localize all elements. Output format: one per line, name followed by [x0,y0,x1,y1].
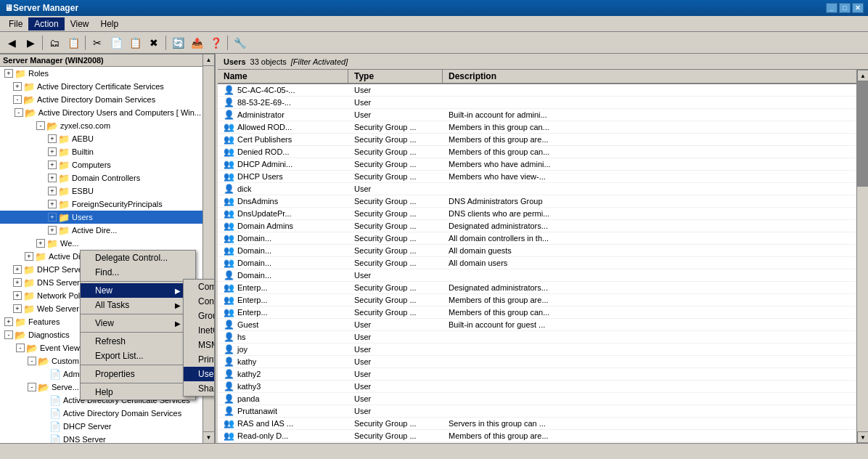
col-name[interactable]: Name [218,70,348,83]
table-row[interactable]: 👥DHCP Users Security Group ... Members w… [218,171,856,183]
table-row[interactable]: 👤5C-AC-4C-05-... User [218,84,856,97]
expander-activedir[interactable]: + [48,226,57,235]
table-row[interactable]: 👥Enterp... Security Group ... Designated… [218,282,856,294]
expander-diagnostics[interactable]: - [4,330,13,339]
expander-esbu[interactable]: + [48,187,57,195]
expander-aduc[interactable]: - [15,108,23,117]
table-row[interactable]: 👥DnsAdmins Security Group ... DNS Admini… [218,195,856,208]
table-row[interactable]: 👤Domain... User [218,269,856,282]
tree-item-adds2[interactable]: 📄 Active Directory Domain Services [0,407,202,420]
tree-item-domain[interactable]: - 📂 zyxel.cso.com [0,119,202,132]
expander-builtin[interactable]: + [48,147,57,156]
expander-aebu[interactable]: + [48,134,57,143]
expander-customvi[interactable]: - [28,357,36,365]
tree-item-activedir[interactable]: + 📁 Active Dire... [0,224,202,237]
tree-item-aduc[interactable]: - 📂 Active Directory Users and Computers… [0,106,202,119]
table-row[interactable]: 👥RAS and IAS ... Security Group ... Serv… [218,418,856,430]
sub-printer[interactable]: Printer [184,352,215,367]
tree-item-roles[interactable]: + 📁 Roles [0,67,202,80]
sub-msmq[interactable]: MSMQ Queue Alias 5 [184,338,215,352]
table-row[interactable]: 👤kathy User [218,356,856,368]
minimize-button[interactable]: _ [826,3,838,13]
expander-roles[interactable]: + [4,69,13,78]
expander-activedir2[interactable]: + [25,252,33,261]
sub-user[interactable]: User [184,367,215,381]
table-row[interactable]: 👥DHCP Admini... Security Group ... Membe… [218,158,856,171]
properties-button[interactable]: 🔧 [231,34,248,52]
maximize-button[interactable]: □ [839,3,851,13]
show-hide-button[interactable]: 📋 [65,34,82,52]
ctx-delegate[interactable]: Delegate Control... [81,251,195,265]
table-row[interactable]: 👤Guest User Built-in account for guest .… [218,319,856,331]
table-row[interactable]: 👥Cert Publishers Security Group ... Memb… [218,134,856,146]
table-row[interactable]: 👤88-53-2E-69-... User [218,97,856,109]
paste-button[interactable]: 📋 [126,34,144,52]
ctx-refresh[interactable]: Refresh [81,334,195,349]
ctx-view[interactable]: View ▶ [81,316,195,330]
sub-sharedfolder[interactable]: Shared Folder [184,381,215,396]
refresh-button[interactable]: 🔄 [169,34,187,52]
tree-item-fsp[interactable]: + 📁 ForeignSecurityPrincipals [0,198,202,211]
expander-fsp[interactable]: + [48,200,57,208]
table-row[interactable]: 👤Administrator User Built-in account for… [218,109,856,121]
table-row[interactable]: 👤joy User [218,344,856,356]
scroll-down-right[interactable]: ▼ [857,431,868,443]
expander-websvr[interactable]: + [13,304,22,313]
expander-features[interactable]: + [4,317,13,326]
menu-file[interactable]: File [3,17,28,31]
tree-item-dhcp2[interactable]: 📄 DHCP Server [0,420,202,433]
tree-item-users[interactable]: + 📁 Users [0,211,202,224]
table-row[interactable]: 👥Denied ROD... Security Group ... Member… [218,146,856,158]
table-row[interactable]: 👥DnsUpdatePr... Security Group ... DNS c… [218,208,856,220]
expander-serve[interactable]: - [28,383,36,391]
table-row[interactable]: 👥Domain... Security Group ... All domain… [218,257,856,269]
copy-button[interactable]: 📄 [107,34,125,52]
col-type[interactable]: Type [348,70,443,83]
tree-item-computers[interactable]: + 📁 Computers [0,158,202,171]
cut-button[interactable]: ✂ [89,34,106,52]
scroll-down-btn[interactable]: ▼ [203,431,214,443]
up-button[interactable]: 🗂 [46,34,63,52]
scroll-up-right[interactable]: ▲ [857,70,868,81]
help-button[interactable]: ❓ [207,34,224,52]
expander-adds[interactable]: - [13,95,22,104]
ctx-properties[interactable]: Properties [81,367,195,381]
sub-computer[interactable]: Computer [184,280,215,294]
close-button[interactable]: ✕ [852,3,864,13]
table-row[interactable]: 👤hs User [218,331,856,344]
tree-item-adcs[interactable]: + 📁 Active Directory Certificate Service… [0,80,202,93]
table-row[interactable]: 👥Domain Admins Security Group ... Design… [218,220,856,232]
menu-view[interactable]: View [65,17,95,31]
expander-domain[interactable]: - [36,121,45,130]
table-row[interactable]: 👤dick User [218,183,856,195]
tree-item-aebu[interactable]: + 📁 AEBU [0,132,202,145]
sub-group[interactable]: Group [184,309,215,323]
table-row[interactable]: 👥Allowed ROD... Security Group ... Membe… [218,121,856,134]
table-row[interactable]: 👤Pruttanawit User [218,405,856,418]
export-button[interactable]: 📤 [188,34,205,52]
tree-item-we[interactable]: + 📁 We... [0,237,202,250]
sub-contact[interactable]: Contact [184,294,215,309]
expander-eventviewer[interactable]: - [16,344,25,352]
table-row[interactable]: 👥Enterp... Security Group ... Members of… [218,294,856,306]
expander-netpol[interactable]: + [13,291,22,300]
tree-item-builtin[interactable]: + 📁 Builtin [0,145,202,158]
tree-item-dns2[interactable]: 📄 DNS Server [0,433,202,443]
table-row[interactable]: 👤panda User [218,393,856,405]
ctx-alltasks[interactable]: All Tasks ▶ [81,298,195,312]
tree-item-adds[interactable]: - 📂 Active Directory Domain Services [0,93,202,106]
right-panel-scrollbar[interactable]: ▲ ▼ [856,70,868,443]
table-row[interactable]: 👥Read-only D... Security Group ... Membe… [218,430,856,442]
ctx-new[interactable]: New ▶ [81,283,195,298]
table-row[interactable]: 👤kathy2 User [218,368,856,381]
tree-item-domainctrl[interactable]: + 📁 Domain Controllers [0,171,202,184]
expander-domainctrl[interactable]: + [48,174,57,182]
table-row[interactable]: 👥Domain... Security Group ... All domain… [218,232,856,245]
delete-button[interactable]: ✖ [145,34,163,52]
table-row[interactable]: 👤kathy3 User [218,381,856,393]
expander-adcs[interactable]: + [13,82,22,91]
tree-item-esbu[interactable]: + 📁 ESBU [0,184,202,198]
menu-help[interactable]: Help [95,17,125,31]
scroll-up-btn[interactable]: ▲ [203,54,214,66]
table-row[interactable]: 👥Enterp... Security Group ... Members of… [218,306,856,319]
